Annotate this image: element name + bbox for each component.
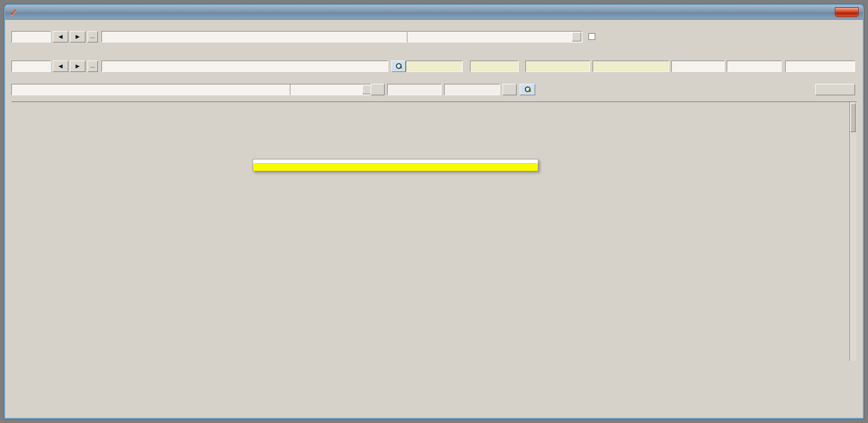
context-menu <box>253 159 538 171</box>
codigo-filial-input[interactable] <box>11 31 51 42</box>
app-logo-check-icon: ✓ <box>9 7 18 18</box>
filter-search-icon[interactable] <box>520 84 535 95</box>
codigo-produto-input[interactable] <box>11 61 51 72</box>
filial-lookup-button[interactable]: ... <box>87 31 98 42</box>
close-button[interactable] <box>835 7 859 17</box>
scrollbar-thumb[interactable] <box>850 103 856 132</box>
valor-custo-medio-field <box>525 61 590 72</box>
fabricante-input[interactable] <box>11 84 290 95</box>
window-content: ◄ ► ... ◄ ► ... <box>5 20 863 418</box>
valor-compras-field <box>406 61 463 72</box>
nome-filial-input[interactable] <box>101 31 407 42</box>
filial-prev-arrow-icon[interactable]: ◄ <box>53 31 68 42</box>
context-menu-highlighted-section <box>253 164 538 171</box>
periodo-next-button[interactable] <box>503 84 517 95</box>
sngpc-control-checkbox[interactable] <box>589 33 595 40</box>
valor-custo-field <box>470 61 519 72</box>
estoque-atual-field <box>593 61 669 72</box>
title-bar: ✓ <box>5 5 863 20</box>
chevron-down-icon[interactable] <box>572 32 581 41</box>
periodo-select[interactable] <box>290 84 373 95</box>
pend-entrada-field <box>671 61 725 72</box>
kardex-table <box>11 101 857 102</box>
produto-lookup-button[interactable]: ... <box>87 61 98 72</box>
copiar-button[interactable] <box>815 84 855 95</box>
produto-search-icon[interactable] <box>391 61 406 72</box>
nome-usual-input[interactable] <box>101 61 388 72</box>
produto-next-arrow-icon[interactable]: ► <box>70 61 85 72</box>
pend-saida-field <box>727 61 782 72</box>
xml-pendente-field <box>785 61 855 72</box>
filial-next-arrow-icon[interactable]: ► <box>70 31 85 42</box>
periodo-prev-button[interactable] <box>371 84 385 95</box>
data-inicial-input[interactable] <box>387 84 442 95</box>
vertical-scrollbar[interactable] <box>849 102 856 361</box>
kardex-window: ✓ ◄ ► ... ◄ ► ... <box>4 4 864 419</box>
data-final-input[interactable] <box>444 84 500 95</box>
tipo-estoque-select[interactable] <box>407 31 582 42</box>
produto-prev-arrow-icon[interactable]: ◄ <box>53 61 68 72</box>
